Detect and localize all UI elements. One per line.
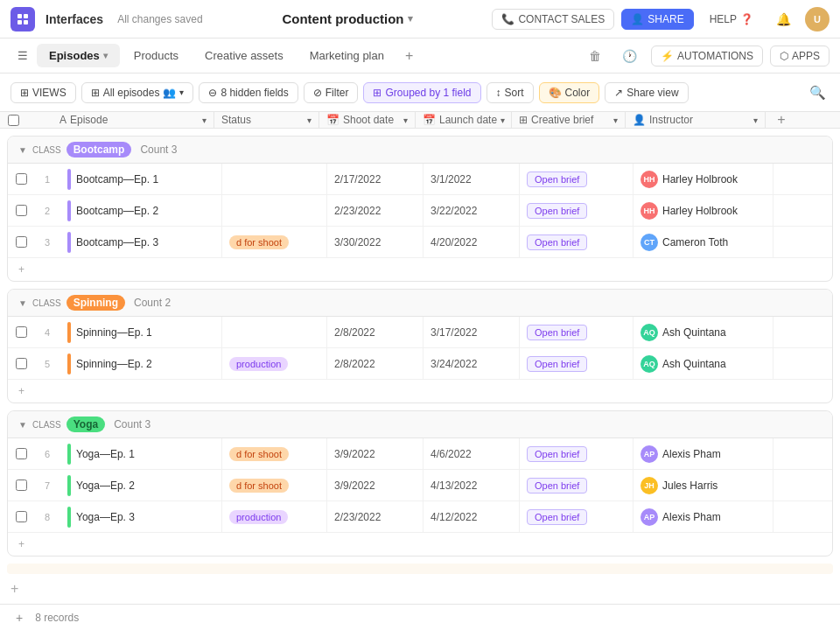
- column-creative-brief[interactable]: ⊞ Creative brief ▾: [512, 112, 626, 128]
- column-shoot-date[interactable]: 📅 Shoot date ▾: [319, 112, 416, 128]
- row-launch-date[interactable]: 3/17/2022: [424, 317, 520, 347]
- row-status[interactable]: [222, 164, 327, 194]
- row-checkbox-input[interactable]: [16, 511, 27, 522]
- table-row[interactable]: 7 Yoga—Ep. 2 d for shoot 3/9/2022 4/13/2…: [8, 470, 832, 501]
- group-caret-yoga[interactable]: ▼: [18, 420, 27, 430]
- row-instructor[interactable]: JH Jules Harris: [634, 470, 774, 500]
- views-button[interactable]: ⊞ VIEWS: [10, 82, 76, 103]
- row-launch-date[interactable]: 3/24/2022: [424, 348, 520, 379]
- tab-episodes[interactable]: Episodes ▾: [37, 44, 120, 67]
- row-episode[interactable]: Bootcamp—Ep. 2: [60, 195, 222, 226]
- row-status[interactable]: d for shoot: [222, 470, 327, 500]
- apps-button[interactable]: ⬡ APPS: [770, 46, 830, 66]
- row-episode[interactable]: Yoga—Ep. 2: [60, 470, 222, 500]
- filter-button[interactable]: ⊘ Filter: [304, 82, 359, 103]
- add-tab-button[interactable]: +: [398, 45, 420, 67]
- row-checkbox-input[interactable]: [16, 236, 27, 248]
- row-status[interactable]: d for shoot: [222, 227, 327, 257]
- search-button[interactable]: 🔍: [805, 80, 830, 105]
- grouped-button[interactable]: ⊞ Grouped by 1 field: [363, 82, 480, 103]
- hidden-fields-button[interactable]: ⊖ 8 hidden fields: [199, 82, 298, 103]
- row-checkbox[interactable]: [8, 173, 34, 185]
- all-episodes-button[interactable]: ⊞ All episodes 👥 ▾: [81, 82, 194, 103]
- row-shoot-date[interactable]: 2/17/2022: [327, 164, 424, 194]
- row-brief[interactable]: Open brief: [520, 164, 634, 194]
- row-shoot-date[interactable]: 2/8/2022: [327, 317, 424, 347]
- row-checkbox-input[interactable]: [16, 205, 27, 216]
- notifications-button[interactable]: 🔔: [769, 9, 798, 30]
- row-checkbox[interactable]: [8, 511, 34, 522]
- add-row-spinning[interactable]: +: [8, 380, 832, 402]
- hamburger-menu[interactable]: ☰: [10, 46, 35, 66]
- row-shoot-date[interactable]: 3/30/2022: [327, 227, 424, 257]
- row-instructor[interactable]: AQ Ash Quintana: [634, 317, 774, 347]
- row-shoot-date[interactable]: 3/9/2022: [327, 470, 424, 500]
- row-brief[interactable]: Open brief: [520, 348, 634, 379]
- row-status[interactable]: d for shoot: [222, 438, 327, 469]
- row-launch-date[interactable]: 3/22/2022: [424, 195, 520, 226]
- color-button[interactable]: 🎨 Color: [539, 82, 600, 103]
- row-checkbox[interactable]: [8, 236, 34, 248]
- tab-creative-assets[interactable]: Creative assets: [192, 44, 296, 67]
- row-brief[interactable]: Open brief: [520, 195, 634, 226]
- group-tag-yoga[interactable]: Yoga: [66, 416, 105, 432]
- row-checkbox[interactable]: [8, 205, 34, 216]
- group-caret-bootcamp[interactable]: ▼: [18, 145, 27, 155]
- row-brief[interactable]: Open brief: [520, 501, 634, 532]
- delete-button[interactable]: 🗑: [582, 46, 608, 66]
- share-button[interactable]: 👤 SHARE: [621, 9, 693, 30]
- row-episode[interactable]: Bootcamp—Ep. 1: [60, 164, 222, 194]
- tab-products[interactable]: Products: [122, 44, 191, 67]
- row-checkbox[interactable]: [8, 480, 34, 491]
- row-checkbox[interactable]: [8, 326, 34, 338]
- row-instructor[interactable]: AP Alexis Pham: [634, 501, 774, 532]
- row-status[interactable]: [222, 317, 327, 347]
- tab-dropdown-icon[interactable]: ▾: [103, 51, 108, 60]
- row-instructor[interactable]: HH Harley Holbrook: [634, 195, 774, 226]
- add-bottom-button[interactable]: +: [10, 609, 28, 626]
- row-status[interactable]: production: [222, 501, 327, 532]
- table-row[interactable]: 8 Yoga—Ep. 3 production 2/23/2022 4/12/2…: [8, 501, 832, 533]
- row-episode[interactable]: Spinning—Ep. 2: [60, 348, 222, 379]
- automations-button[interactable]: ⚡ AUTOMATIONS: [651, 46, 763, 66]
- row-episode[interactable]: Bootcamp—Ep. 3: [60, 227, 222, 257]
- row-shoot-date[interactable]: 2/23/2022: [327, 501, 424, 532]
- app-logo[interactable]: [10, 7, 35, 32]
- row-launch-date[interactable]: 4/20/2022: [424, 227, 520, 257]
- add-column-button[interactable]: +: [766, 112, 797, 128]
- add-record-button[interactable]: +: [0, 574, 840, 604]
- row-status[interactable]: production: [222, 348, 327, 379]
- row-checkbox-input[interactable]: [16, 358, 27, 369]
- tab-marketing-plan[interactable]: Marketing plan: [298, 44, 396, 67]
- select-all-checkbox[interactable]: [0, 115, 26, 126]
- table-row[interactable]: 3 Bootcamp—Ep. 3 d for shoot 3/30/2022 4…: [8, 227, 832, 258]
- row-launch-date[interactable]: 4/6/2022: [424, 438, 520, 469]
- row-status[interactable]: [222, 195, 327, 226]
- row-brief[interactable]: Open brief: [520, 227, 634, 257]
- help-button[interactable]: HELP ❓: [701, 10, 762, 29]
- row-episode[interactable]: Yoga—Ep. 1: [60, 438, 222, 469]
- table-row[interactable]: 2 Bootcamp—Ep. 2 2/23/2022 3/22/2022 Ope…: [8, 195, 832, 227]
- user-avatar[interactable]: U: [805, 7, 830, 32]
- table-row[interactable]: 5 Spinning—Ep. 2 production 2/8/2022 3/2…: [8, 348, 832, 380]
- row-instructor[interactable]: CT Cameron Toth: [634, 227, 774, 257]
- group-tag-bootcamp[interactable]: Bootcamp: [66, 142, 132, 158]
- column-instructor[interactable]: 👤 Instructor ▾: [626, 112, 766, 128]
- row-instructor[interactable]: HH Harley Holbrook: [634, 164, 774, 194]
- row-brief[interactable]: Open brief: [520, 470, 634, 500]
- contact-sales-button[interactable]: 📞 CONTACT SALES: [492, 9, 614, 30]
- app-name[interactable]: Interfaces: [46, 12, 103, 26]
- row-checkbox-input[interactable]: [16, 448, 27, 459]
- table-row[interactable]: 1 Bootcamp—Ep. 1 2/17/2022 3/1/2022 Open…: [8, 164, 832, 195]
- row-episode[interactable]: Spinning—Ep. 1: [60, 317, 222, 347]
- row-checkbox[interactable]: [8, 448, 34, 459]
- title-caret-icon[interactable]: ▾: [408, 13, 413, 24]
- group-tag-spinning[interactable]: Spinning: [66, 295, 125, 311]
- row-launch-date[interactable]: 4/12/2022: [424, 501, 520, 532]
- row-shoot-date[interactable]: 3/9/2022: [327, 438, 424, 469]
- row-launch-date[interactable]: 4/13/2022: [424, 470, 520, 500]
- history-button[interactable]: 🕐: [615, 46, 644, 66]
- row-checkbox-input[interactable]: [16, 173, 27, 185]
- share-view-button[interactable]: ↗ Share view: [605, 82, 688, 103]
- column-launch-date[interactable]: 📅 Launch date ▾: [416, 112, 512, 128]
